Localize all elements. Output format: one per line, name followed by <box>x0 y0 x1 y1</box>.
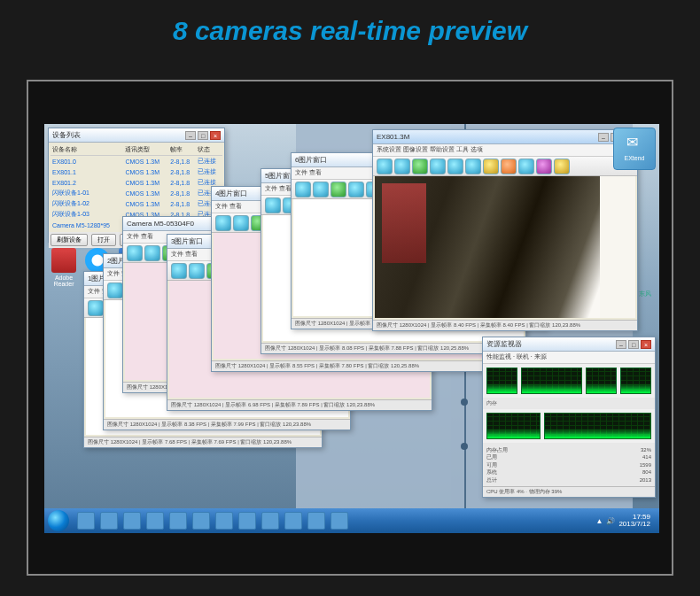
tool-icon[interactable] <box>536 159 552 174</box>
minimize-icon[interactable]: – <box>185 131 196 140</box>
table-header: 帧率 <box>168 144 196 156</box>
zoom-out-icon[interactable] <box>465 159 481 174</box>
table-header: 通讯类型 <box>123 144 168 156</box>
table-header: 状态 <box>196 144 222 156</box>
taskbar-item[interactable] <box>284 512 302 530</box>
close-icon[interactable]: × <box>210 131 221 140</box>
taskbar-item[interactable] <box>261 512 279 530</box>
toolbar <box>373 157 637 176</box>
main-camera-window[interactable]: EX801.3M –□× 系统设置 图像设置 帮助设置 工具 选项 图像尺寸 1… <box>372 129 638 331</box>
tool-icon[interactable] <box>394 159 410 174</box>
cpu-graph-icon <box>521 368 581 394</box>
device-button[interactable]: 打开 <box>91 234 116 246</box>
status-bar: 图像尺寸 1280X1024 | 显示帧率 8.40 FPS | 采集帧率 8.… <box>373 320 637 330</box>
taskbar-item[interactable] <box>192 512 210 530</box>
desktop-icon-adobe[interactable]: Adobe Reader <box>48 248 80 287</box>
stat-row: 系统804 <box>486 468 651 476</box>
screenshot-frame: Adobe Reader QQ 图像中心 设备列表 –□× 设备名称通讯类型帧率… <box>27 80 673 576</box>
tool-icon[interactable] <box>483 159 499 174</box>
cpu-graph-icon <box>486 368 517 394</box>
stat-row: 已用414 <box>486 453 651 461</box>
tool-icon[interactable] <box>377 159 393 174</box>
tray-icon[interactable]: 🔊 <box>606 517 615 525</box>
zoom-in-icon[interactable] <box>447 159 463 174</box>
tray-icon[interactable]: ▲ <box>595 517 603 525</box>
table-row[interactable]: 闪联设备1-02CMOS 1.3M2-8,1.8已连接 <box>51 198 222 209</box>
minimize-icon[interactable]: – <box>598 133 609 142</box>
table-row[interactable]: EX801.2CMOS 1.3M2-8,1.8已连接 <box>51 177 222 188</box>
play-icon[interactable] <box>412 159 428 174</box>
cpu-graph-icon <box>586 368 617 394</box>
taskbar-item[interactable] <box>215 512 233 530</box>
monitor-stats: 内存占用32%已用414可用1599系统804总计2013 <box>483 443 655 487</box>
taskbar-item[interactable] <box>123 512 141 530</box>
extend-widget[interactable]: EXtend <box>613 128 656 170</box>
window-titlebar[interactable]: 设备列表 –□× <box>49 128 224 143</box>
mem-graph-icon <box>544 413 651 439</box>
page-header: 8 cameras real-time preview <box>0 0 700 62</box>
page-title: 8 cameras real-time preview <box>0 16 700 46</box>
tool-icon[interactable] <box>501 159 517 174</box>
table-row[interactable]: 闪联设备1-01CMOS 1.3M2-8,1.8已连接 <box>51 188 222 198</box>
resource-monitor-window[interactable]: 资源监视器–□× 性能监视 · 联机 · 来源 内存 内存占用32%已用414可… <box>482 337 656 498</box>
start-button-icon[interactable] <box>48 510 69 531</box>
taskbar-item[interactable] <box>238 512 256 530</box>
taskbar-item[interactable] <box>146 512 164 530</box>
mem-graph-icon <box>486 413 541 439</box>
stat-row: 总计2013 <box>486 476 651 484</box>
taskbar-item[interactable] <box>100 512 118 530</box>
camera-feed <box>375 176 635 318</box>
cpu-graphs <box>483 364 655 398</box>
maximize-icon[interactable]: □ <box>198 131 208 140</box>
taskbar-item[interactable] <box>77 512 95 530</box>
stat-row: 可用1599 <box>486 461 651 468</box>
stat-row: 内存占用32% <box>486 446 651 453</box>
table-header: 设备名称 <box>51 144 123 156</box>
windows-desktop[interactable]: Adobe Reader QQ 图像中心 设备列表 –□× 设备名称通讯类型帧率… <box>44 124 659 533</box>
table-row[interactable]: EX801.0CMOS 1.3M2-8,1.8已连接 <box>51 156 222 167</box>
table-row[interactable]: EX801.1CMOS 1.3M2-8,1.8已连接 <box>51 166 222 177</box>
window-titlebar[interactable]: EX801.3M –□× <box>373 130 637 144</box>
tool-icon[interactable] <box>518 159 534 174</box>
tool-icon[interactable] <box>430 159 446 174</box>
windows-taskbar[interactable]: ▲ 🔊 17:59 2013/7/12 <box>44 508 659 533</box>
cpu-graph-icon <box>620 368 651 394</box>
system-tray[interactable]: ▲ 🔊 17:59 2013/7/12 <box>595 514 656 528</box>
taskbar-item[interactable] <box>307 512 325 530</box>
taskbar-item[interactable] <box>169 512 187 530</box>
taskbar-item[interactable] <box>331 512 348 530</box>
device-button[interactable]: 刷新设备 <box>51 234 88 246</box>
menu-bar[interactable]: 系统设置 图像设置 帮助设置 工具 选项 <box>373 144 637 157</box>
tool-icon[interactable] <box>554 159 570 174</box>
